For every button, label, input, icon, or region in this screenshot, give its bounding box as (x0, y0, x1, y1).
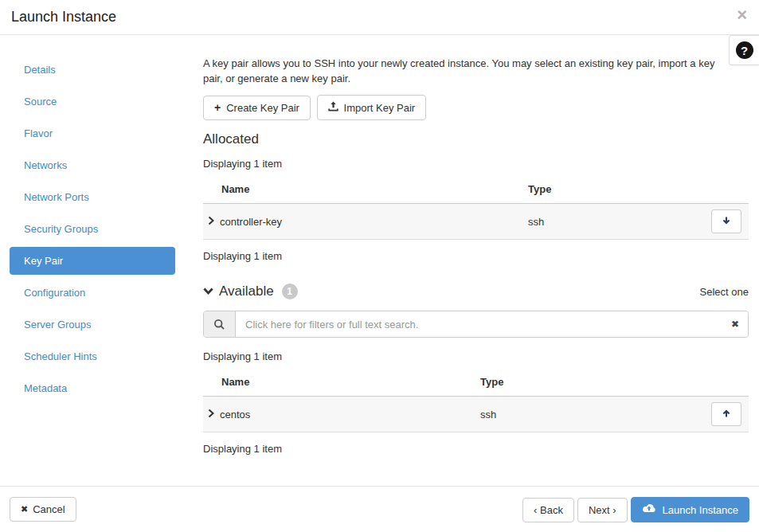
create-key-pair-label: Create Key Pair (226, 102, 299, 114)
available-count-bottom: Displaying 1 item (203, 443, 749, 455)
key-pair-actions: + Create Key Pair Import Key Pair (203, 95, 749, 120)
import-key-pair-button[interactable]: Import Key Pair (317, 95, 427, 120)
x-icon: ✖ (21, 505, 28, 514)
search-input[interactable] (236, 311, 748, 337)
allocated-count-top: Displaying 1 item (203, 158, 749, 170)
sidebar-item-network-ports[interactable]: Network Ports (10, 183, 175, 211)
sidebar-item-source[interactable]: Source (10, 88, 175, 115)
question-circle-icon: ? (736, 41, 753, 59)
help-button[interactable]: ? (729, 35, 759, 65)
sidebar-item-server-groups[interactable]: Server Groups (10, 311, 175, 338)
upload-icon (328, 101, 338, 114)
key-pair-name: centos (220, 409, 250, 421)
plus-icon: + (214, 102, 221, 113)
available-toggle[interactable]: Available 1 (203, 284, 298, 299)
cloud-upload-icon (642, 503, 656, 516)
allocated-row-controller-key[interactable]: controller-key ssh (203, 204, 749, 240)
sidebar-item-metadata[interactable]: Metadata (10, 374, 175, 402)
sidebar-item-scheduler-hints[interactable]: Scheduler Hints (10, 342, 175, 370)
allocated-count-bottom: Displaying 1 item (203, 250, 749, 262)
key-pair-panel: A key pair allows you to SSH into your n… (194, 56, 759, 486)
arrow-up-icon (722, 409, 731, 421)
sidebar-item-key-pair[interactable]: Key Pair (10, 247, 175, 275)
key-pair-description: A key pair allows you to SSH into your n… (203, 56, 725, 86)
clear-search-icon[interactable]: ✖ (731, 319, 739, 330)
chevron-right-icon[interactable] (207, 409, 215, 421)
available-count-top: Displaying 1 item (203, 350, 749, 362)
search-icon[interactable] (204, 311, 236, 337)
column-header-name: Name (203, 376, 480, 388)
available-header: Available 1 Select one (203, 284, 749, 299)
column-header-type: Type (480, 376, 704, 388)
select-one-hint: Select one (700, 286, 749, 298)
chevron-right-icon[interactable] (207, 216, 215, 228)
create-key-pair-button[interactable]: + Create Key Pair (203, 96, 311, 120)
sidebar-item-flavor[interactable]: Flavor (10, 119, 175, 147)
back-button[interactable]: ‹ Back (522, 498, 574, 522)
modal-body: Details Source Flavor Networks Network P… (0, 35, 759, 486)
filter-search-bar: ✖ (203, 311, 749, 338)
key-pair-type: ssh (480, 409, 704, 421)
allocated-table: Name Type controller-key ssh (203, 173, 749, 240)
chevron-down-icon (203, 286, 213, 298)
sidebar-item-security-groups[interactable]: Security Groups (10, 215, 175, 243)
launch-instance-button[interactable]: Launch Instance (631, 497, 749, 522)
available-row-centos[interactable]: centos ssh (203, 397, 749, 432)
column-header-type: Type (528, 183, 704, 195)
allocate-button[interactable] (711, 402, 741, 426)
sidebar-item-details[interactable]: Details (10, 56, 175, 84)
allocated-table-header: Name Type (203, 173, 749, 204)
launch-instance-label: Launch Instance (663, 504, 738, 516)
arrow-down-icon (722, 216, 731, 228)
modal-footer: ✖ Cancel ‹ Back Next › Launch Instance (0, 486, 759, 532)
key-pair-type: ssh (528, 216, 704, 228)
page-title: Launch Instance (11, 9, 748, 25)
cancel-label: Cancel (33, 503, 65, 515)
launch-instance-modal: Launch Instance × ? Details Source Flavo… (0, 0, 759, 532)
next-button[interactable]: Next › (577, 498, 628, 522)
sidebar-item-configuration[interactable]: Configuration (10, 279, 175, 307)
available-table: Name Type centos ssh (203, 366, 749, 432)
available-heading: Available (219, 284, 274, 299)
sidebar-item-networks[interactable]: Networks (10, 151, 175, 179)
wizard-nav-buttons: ‹ Back Next › Launch Instance (522, 497, 749, 522)
modal-header: Launch Instance × (0, 0, 759, 35)
deallocate-button[interactable] (711, 209, 741, 233)
column-header-name: Name (203, 183, 528, 195)
close-icon[interactable]: × (737, 6, 747, 24)
allocated-heading: Allocated (203, 131, 749, 147)
cancel-button[interactable]: ✖ Cancel (10, 497, 76, 522)
available-count-badge: 1 (282, 284, 298, 299)
import-key-pair-label: Import Key Pair (344, 102, 416, 114)
key-pair-name: controller-key (220, 216, 282, 228)
available-table-header: Name Type (203, 366, 749, 397)
wizard-sidebar: Details Source Flavor Networks Network P… (0, 56, 194, 486)
